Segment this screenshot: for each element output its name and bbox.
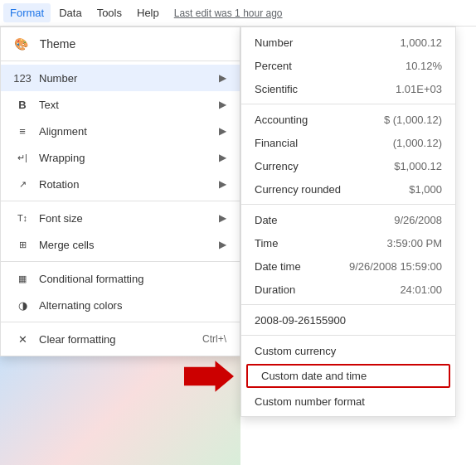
right-percent-value: 10.12% bbox=[406, 60, 442, 72]
theme-icon: 🎨 bbox=[14, 37, 28, 51]
text-arrow-icon: ▶ bbox=[219, 99, 226, 110]
right-accounting-value: $ (1,000.12) bbox=[384, 114, 442, 126]
right-item-datetime[interactable]: Date time 9/26/2008 15:59:00 bbox=[241, 254, 455, 278]
right-item-custom-date-time[interactable]: Custom date and time bbox=[246, 364, 450, 388]
font-size-arrow-icon: ▶ bbox=[219, 212, 226, 224]
right-item-accounting[interactable]: Accounting $ (1,000.12) bbox=[241, 108, 455, 131]
rotation-icon: ↗ bbox=[14, 179, 31, 190]
divider-2 bbox=[1, 201, 240, 201]
menu-format[interactable]: Format bbox=[3, 3, 51, 22]
right-duration-value: 24:01:00 bbox=[400, 283, 442, 296]
right-item-percent[interactable]: Percent 10.12% bbox=[241, 54, 455, 77]
right-duration-label: Duration bbox=[255, 283, 400, 296]
right-currency-rounded-label: Currency rounded bbox=[255, 183, 409, 196]
alignment-icon: ≡ bbox=[14, 125, 31, 138]
left-dropdown-menu: 🎨 Theme 123 Number ▶ B Text ▶ ≡ Alignmen… bbox=[0, 27, 240, 356]
menu-item-conditional-formatting[interactable]: ▦ Conditional formatting bbox=[1, 265, 240, 292]
menu-tools[interactable]: Tools bbox=[90, 3, 129, 22]
right-timestamp-label: 2008-09-26155900 bbox=[255, 314, 442, 327]
right-datetime-label: Date time bbox=[255, 260, 349, 273]
menu-item-font-size[interactable]: T↕ Font size ▶ bbox=[1, 205, 240, 231]
menu-item-text[interactable]: B Text ▶ bbox=[1, 91, 240, 118]
rotation-arrow-icon: ▶ bbox=[219, 178, 226, 190]
right-number-label: Number bbox=[255, 36, 400, 49]
font-size-label: Font size bbox=[39, 212, 219, 225]
alternating-colors-label: Alternating colors bbox=[39, 299, 226, 312]
red-arrow-indicator bbox=[184, 360, 234, 393]
right-item-currency-rounded[interactable]: Currency rounded $1,000 bbox=[241, 177, 455, 201]
menu-item-number[interactable]: 123 Number ▶ bbox=[1, 65, 240, 91]
text-icon: B bbox=[14, 99, 31, 111]
last-edit-label: Last edit was 1 hour ago bbox=[174, 7, 283, 19]
wrapping-arrow-icon: ▶ bbox=[219, 152, 226, 163]
alignment-arrow-icon: ▶ bbox=[219, 125, 226, 137]
right-currency-label: Currency bbox=[255, 160, 394, 172]
menu-item-theme[interactable]: 🎨 Theme bbox=[1, 31, 240, 57]
number-label: Number bbox=[39, 72, 219, 85]
right-datetime-value: 9/26/2008 15:59:00 bbox=[349, 260, 442, 273]
menu-item-alternating-colors[interactable]: ◑ Alternating colors bbox=[1, 292, 240, 318]
conditional-formatting-label: Conditional formatting bbox=[39, 273, 226, 285]
right-item-duration[interactable]: Duration 24:01:00 bbox=[241, 278, 455, 301]
number-icon: 123 bbox=[14, 72, 31, 85]
menu-item-merge-cells[interactable]: ⊞ Merge cells ▶ bbox=[1, 231, 240, 258]
theme-label: Theme bbox=[40, 37, 76, 51]
right-item-currency[interactable]: Currency $1,000.12 bbox=[241, 154, 455, 177]
clear-formatting-label: Clear formatting bbox=[39, 333, 202, 346]
menu-data[interactable]: Data bbox=[52, 3, 88, 22]
alignment-label: Alignment bbox=[39, 125, 219, 138]
svg-marker-0 bbox=[184, 361, 234, 392]
right-accounting-label: Accounting bbox=[255, 114, 384, 126]
clear-formatting-icon: ✕ bbox=[14, 333, 31, 346]
conditional-formatting-icon: ▦ bbox=[14, 274, 31, 284]
right-time-value: 3:59:00 PM bbox=[387, 237, 443, 249]
font-size-icon: T↕ bbox=[14, 213, 31, 223]
right-item-scientific[interactable]: Scientific 1.01E+03 bbox=[241, 77, 455, 100]
right-currency-rounded-value: $1,000 bbox=[409, 183, 442, 196]
right-date-label: Date bbox=[255, 214, 394, 226]
right-item-timestamp[interactable]: 2008-09-26155900 bbox=[241, 308, 455, 332]
menu-item-rotation[interactable]: ↗ Rotation ▶ bbox=[1, 171, 240, 197]
right-item-financial[interactable]: Financial (1,000.12) bbox=[241, 131, 455, 154]
right-custom-date-time-label: Custom date and time bbox=[261, 370, 435, 382]
menu-item-alignment[interactable]: ≡ Alignment ▶ bbox=[1, 118, 240, 144]
right-item-number[interactable]: Number 1,000.12 bbox=[241, 31, 455, 54]
merge-cells-label: Merge cells bbox=[39, 239, 219, 251]
right-divider-1 bbox=[241, 104, 455, 104]
right-currency-value: $1,000.12 bbox=[394, 160, 442, 172]
right-item-custom-currency[interactable]: Custom currency bbox=[241, 339, 455, 362]
right-custom-number-format-label: Custom number format bbox=[255, 395, 442, 408]
right-item-time[interactable]: Time 3:59:00 PM bbox=[241, 231, 455, 254]
right-divider-3 bbox=[241, 304, 455, 305]
menu-help[interactable]: Help bbox=[130, 3, 166, 22]
merge-cells-arrow-icon: ▶ bbox=[219, 239, 226, 250]
wrapping-label: Wrapping bbox=[39, 152, 219, 164]
text-label: Text bbox=[39, 99, 219, 111]
right-custom-currency-label: Custom currency bbox=[255, 345, 442, 357]
right-item-custom-number-format[interactable]: Custom number format bbox=[241, 390, 455, 413]
rotation-label: Rotation bbox=[39, 178, 219, 191]
merge-cells-icon: ⊞ bbox=[14, 240, 31, 250]
right-percent-label: Percent bbox=[255, 60, 406, 72]
right-divider-4 bbox=[241, 335, 455, 336]
right-item-date[interactable]: Date 9/26/2008 bbox=[241, 208, 455, 231]
right-submenu: Number 1,000.12 Percent 10.12% Scientifi… bbox=[240, 27, 456, 417]
number-arrow-icon: ▶ bbox=[219, 72, 226, 84]
divider-1 bbox=[1, 61, 240, 61]
right-financial-label: Financial bbox=[255, 137, 393, 149]
right-financial-value: (1,000.12) bbox=[393, 137, 442, 149]
right-scientific-label: Scientific bbox=[255, 83, 396, 95]
wrapping-icon: ↵| bbox=[14, 153, 31, 163]
menu-item-clear-formatting[interactable]: ✕ Clear formatting Ctrl+\ bbox=[1, 326, 240, 352]
right-number-value: 1,000.12 bbox=[400, 36, 442, 49]
divider-3 bbox=[1, 261, 240, 262]
alternating-colors-icon: ◑ bbox=[14, 299, 31, 312]
right-divider-2 bbox=[241, 204, 455, 205]
right-scientific-value: 1.01E+03 bbox=[396, 83, 442, 95]
menu-bar: Format Data Tools Help Last edit was 1 h… bbox=[0, 0, 476, 27]
menu-item-wrapping[interactable]: ↵| Wrapping ▶ bbox=[1, 144, 240, 171]
right-date-value: 9/26/2008 bbox=[394, 214, 442, 226]
divider-4 bbox=[1, 322, 240, 322]
clear-formatting-shortcut: Ctrl+\ bbox=[202, 333, 226, 345]
right-time-label: Time bbox=[255, 237, 387, 249]
